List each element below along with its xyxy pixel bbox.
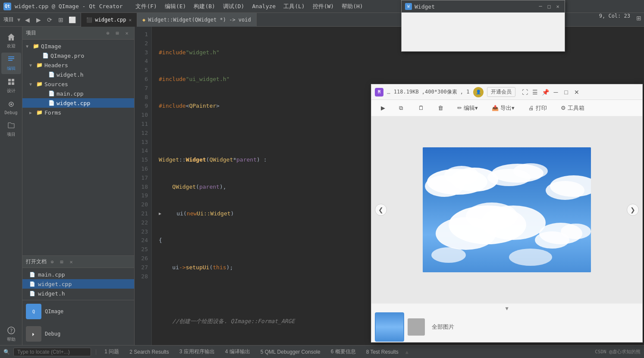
tree-arrow-sources: ▼ — [29, 82, 35, 87]
open-doc-widget-h[interactable]: 📄 widget.h — [22, 289, 134, 298]
svg-point-28 — [431, 247, 466, 263]
project-selector[interactable]: 项目 ▼ ◀ ▶ ⟳ ⊞ ⬜ — [0, 13, 81, 26]
toolbar-nav-back[interactable]: ◀ — [22, 15, 32, 25]
iv-footer: ▼ 全部图片 — [371, 303, 642, 342]
status-search-icon[interactable]: 🔍 — [3, 349, 10, 355]
tree-item-qimage-pro[interactable]: 📄 QImage.pro — [22, 51, 134, 60]
project-label: 项目 — [3, 16, 14, 23]
sidebar-help-label: 帮助 — [7, 336, 16, 342]
debug-thumbnail-label: ⏵ — [31, 332, 36, 336]
iv-close-btn[interactable]: ✕ — [572, 88, 581, 97]
tree-item-qimage[interactable]: ▼ 📁 QImage — [22, 41, 134, 51]
image-viewer: M … 118.19KB ,400*300像素 , 1 👤 开通会员 ⛶ ☰ 📌… — [371, 84, 643, 342]
iv-print-btn[interactable]: 🖨 打印 — [524, 103, 551, 114]
tab-breadcrumb[interactable]: ◆ Widget::Widget(QWidget *) -> void — [137, 13, 257, 27]
toolbar-split[interactable]: ⊞ — [56, 15, 66, 25]
iv-copy-btn[interactable]: ⧉ — [395, 103, 409, 113]
toolbar-link[interactable]: ⟳ — [44, 15, 55, 25]
iv-thumb-secondary[interactable] — [408, 318, 425, 336]
status-search-btn[interactable]: 2 Search Results — [126, 348, 172, 356]
toolbar-nav-fwd[interactable]: ▶ — [33, 15, 44, 25]
iv-all-images-link[interactable]: 全部图片 — [428, 323, 458, 331]
iv-menu-btn[interactable]: ☰ — [531, 88, 540, 97]
tree-label-widget-cpp: widget.cpp — [57, 100, 90, 106]
iv-tools-btn[interactable]: ⚙ 工具箱 — [556, 103, 589, 114]
menu-file[interactable]: 文件(F) — [132, 1, 160, 12]
svg-rect-1 — [8, 58, 14, 59]
iv-edit-label: 编辑▾ — [464, 104, 478, 112]
open-docs-expand-btn[interactable]: ⊞ — [58, 258, 66, 266]
iv-export-btn[interactable]: 📤 导出▾ — [487, 103, 519, 114]
sidebar-edit-label: 编辑 — [7, 65, 16, 72]
ln-28: 28 — [135, 272, 148, 281]
panel-close-btn[interactable]: ✕ — [123, 29, 131, 37]
sidebar-item-design[interactable]: 设计 — [1, 75, 21, 97]
tree-item-forms[interactable]: ▶ 📁 Forms — [22, 108, 134, 117]
tree-label-headers: Headers — [44, 62, 68, 68]
menu-debug[interactable]: 调试(D) — [220, 1, 248, 12]
menu-edit[interactable]: 编辑(E) — [161, 1, 189, 12]
tree-label-widget-h: widget.h — [57, 72, 84, 78]
iv-minimize-btn[interactable]: ─ — [552, 88, 560, 97]
menu-widget[interactable]: 控件(W) — [309, 1, 337, 12]
status-test-btn[interactable]: 8 Test Results — [363, 348, 402, 356]
open-docs-close-btn[interactable]: ✕ — [67, 258, 75, 266]
sidebar-item-project[interactable]: 项目 — [1, 118, 21, 140]
svg-rect-0 — [8, 56, 14, 57]
iv-expand-btn[interactable]: ⛶ — [521, 88, 529, 97]
open-docs-pin-btn[interactable]: ⊕ — [48, 258, 56, 266]
editor-expand-btn[interactable]: ⊞ — [634, 13, 644, 23]
svg-point-8 — [10, 103, 12, 105]
widget-body — [402, 12, 565, 51]
tree-item-widget-cpp[interactable]: 📄 widget.cpp — [22, 98, 134, 108]
open-doc-main-cpp[interactable]: 📄 main.cpp — [22, 270, 134, 279]
status-sep-1: | — [94, 349, 97, 355]
tree-item-main-cpp[interactable]: 📄 main.cpp — [22, 89, 134, 98]
menu-tools[interactable]: 工具(L) — [280, 1, 308, 12]
tree-item-sources[interactable]: ▼ 📁 Sources — [22, 79, 134, 89]
iv-export-icon: 📤 — [492, 105, 499, 111]
status-qml-btn[interactable]: 5 QML Debugger Console — [257, 348, 324, 356]
status-problems-btn[interactable]: 1 问题 — [101, 347, 123, 356]
panel-pin-btn[interactable]: ⊕ — [104, 29, 112, 37]
open-doc-widget-cpp[interactable]: 📄 widget.cpp — [22, 279, 134, 289]
iv-thumb-main[interactable] — [375, 312, 404, 342]
status-summary-btn[interactable]: 6 概要信息 — [327, 347, 359, 356]
edit-icon — [7, 55, 16, 64]
sidebar-item-welcome[interactable]: 欢迎 — [1, 30, 21, 52]
tree-item-headers[interactable]: ▼ 📁 Headers — [22, 60, 134, 70]
tab-widget-cpp[interactable]: ⬛ widget.cpp ✕ — [81, 13, 137, 27]
iv-prev-btn[interactable]: ❮ — [375, 204, 387, 216]
iv-back-btn[interactable]: ▶ — [377, 103, 390, 113]
iv-maximize-btn[interactable]: □ — [562, 88, 571, 97]
ln-9: 9 — [135, 102, 148, 111]
menu-build[interactable]: 构建(B) — [190, 1, 218, 12]
status-app-output-btn[interactable]: 3 应用程序输出 — [176, 347, 218, 356]
sidebar-item-debug[interactable]: Debug — [1, 97, 21, 118]
iv-edit-btn[interactable]: ✏ 编辑▾ — [453, 103, 482, 114]
tree-item-widget-h[interactable]: 📄 widget.h — [22, 70, 134, 79]
toolbar-buttons: ◀ ▶ ⟳ ⊞ ⬜ — [22, 15, 77, 25]
menu-help[interactable]: 帮助(H) — [338, 1, 366, 12]
iv-copy2-btn[interactable]: 🗒 — [414, 103, 428, 113]
iv-trash-btn[interactable]: 🗑 — [434, 103, 448, 113]
widget-close-btn[interactable]: ✕ — [554, 3, 561, 10]
iv-vip-btn[interactable]: 开通会员 — [487, 87, 515, 97]
status-locate-input[interactable] — [13, 348, 91, 356]
iv-footer-chevron[interactable]: ▼ — [505, 305, 508, 311]
menu-analyze[interactable]: Analyze — [248, 1, 279, 11]
file-icon-widget-cpp: 📄 — [48, 100, 55, 106]
open-docs-panel: 打开文档 ⊕ ⊞ ✕ 📄 main.cpp 📄 widget.cpp 📄 wid… — [22, 255, 134, 345]
sidebar-item-help[interactable]: ? 帮助 — [1, 324, 21, 345]
status-compile-btn[interactable]: 4 编译输出 — [222, 347, 254, 356]
widget-minimize-btn[interactable]: ─ — [537, 3, 544, 10]
ln-13: 13 — [135, 138, 148, 147]
widget-maximize-btn[interactable]: □ — [546, 3, 553, 10]
toolbar-close-split[interactable]: ⬜ — [67, 15, 77, 25]
iv-print-icon: 🖨 — [528, 105, 534, 111]
panel-lock-btn[interactable]: ⊞ — [113, 29, 121, 37]
iv-pin-btn[interactable]: 📌 — [541, 88, 550, 97]
tab-widget-cpp-close[interactable]: ✕ — [129, 17, 132, 23]
sidebar-item-edit[interactable]: 编辑 — [1, 53, 21, 74]
iv-next-btn[interactable]: ❯ — [627, 204, 639, 216]
